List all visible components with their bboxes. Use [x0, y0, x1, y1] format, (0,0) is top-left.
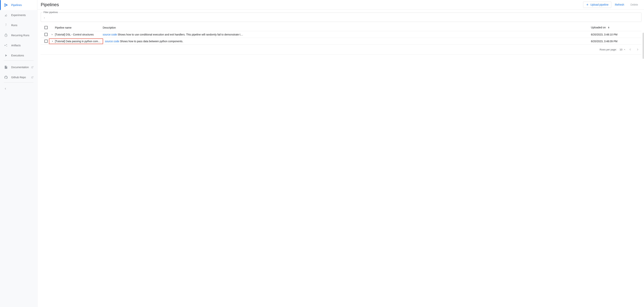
sidebar-label: Github Repo [11, 76, 30, 79]
filter-pipelines-input[interactable]: Filter pipelines [41, 12, 642, 22]
recurring-runs-icon [4, 33, 8, 38]
sidebar-item-documentation[interactable]: Documentation [0, 62, 37, 72]
highlight-annotation: [Tutorial] Data passing in python comp… [49, 38, 103, 44]
pipeline-description-cell: source code Shows how to pass data betwe… [103, 40, 591, 43]
executions-icon [4, 53, 8, 58]
svg-point-3 [6, 24, 6, 24]
page-size-select[interactable]: 10 [620, 48, 626, 51]
pipeline-name-cell[interactable]: [Tutorial] DSL - Control structures [55, 33, 103, 36]
chevron-down-icon [624, 48, 626, 50]
description-text: Shows how to use conditional execution a… [117, 33, 243, 36]
svg-point-6 [6, 44, 7, 45]
source-code-link[interactable]: source code [103, 33, 117, 36]
artifacts-icon [4, 43, 8, 48]
external-link-icon [31, 66, 34, 68]
external-link-icon [31, 76, 34, 78]
sidebar-item-experiments[interactable]: Experiments [0, 10, 37, 20]
pipeline-uploaded-cell: 6/20/2023, 3:48:09 PM [591, 40, 640, 43]
delete-label: Delete [630, 3, 638, 6]
page-title: Pipelines [41, 2, 59, 7]
filter-dropdown-icon [44, 17, 46, 19]
pipelines-icon [4, 3, 8, 7]
sidebar-item-artifacts[interactable]: Artifacts [0, 40, 37, 50]
sidebar-item-runs[interactable]: Runs [0, 20, 37, 30]
experiments-icon [4, 13, 8, 17]
row-checkbox[interactable] [44, 33, 48, 36]
nav-primary: Pipelines Experiments Runs Recurring Run… [0, 0, 37, 60]
sidebar-item-pipelines[interactable]: Pipelines [0, 0, 37, 10]
pagination: Rows per page: 10 [41, 45, 642, 54]
page-size-value: 10 [620, 48, 622, 51]
upload-pipeline-label: Upload pipeline [590, 3, 608, 6]
collapse-sidebar-button[interactable] [0, 84, 37, 93]
expand-row-icon[interactable] [50, 33, 54, 36]
expand-row-icon[interactable] [51, 40, 54, 43]
pipeline-description-cell: source code Shows how to use conditional… [103, 33, 591, 36]
main: Pipelines Upload pipeline Refresh Delete… [37, 0, 644, 307]
sidebar: Pipelines Experiments Runs Recurring Run… [0, 0, 37, 307]
sidebar-label: Documentation [11, 66, 30, 69]
svg-point-7 [6, 46, 7, 46]
sort-descending-icon [607, 26, 610, 29]
row-checkbox[interactable] [44, 40, 48, 43]
rows-per-page-label: Rows per page: [600, 48, 616, 51]
source-code-link[interactable]: source code [105, 40, 119, 43]
column-label: Uploaded on [591, 26, 606, 29]
prev-page-button[interactable] [627, 46, 633, 52]
sidebar-label: Recurring Runs [11, 34, 34, 37]
scrollbar[interactable] [642, 33, 644, 59]
row-select-cell [42, 40, 49, 43]
column-header-description: Description [103, 26, 591, 29]
pipeline-uploaded-cell: 6/20/2023, 3:48:10 PM [591, 33, 640, 36]
header: Pipelines Upload pipeline Refresh Delete [37, 0, 644, 10]
description-text: Shows how to pass data between python co… [119, 40, 183, 43]
table-row[interactable]: [Tutorial] Data passing in python comp… … [41, 38, 642, 45]
select-all-cell [42, 26, 49, 29]
table-header: Pipeline name Description Uploaded on [41, 24, 642, 31]
sidebar-label: Artifacts [11, 44, 34, 47]
sidebar-label: Runs [11, 24, 34, 27]
documentation-icon [4, 65, 8, 70]
refresh-label: Refresh [615, 3, 624, 6]
column-label: Pipeline name [55, 26, 72, 29]
pipeline-name-cell[interactable]: [Tutorial] Data passing in python comp… [55, 40, 103, 43]
header-actions: Upload pipeline Refresh Delete [583, 2, 641, 8]
nav-divider [4, 82, 34, 82]
sidebar-label: Executions [11, 54, 34, 57]
delete-button[interactable]: Delete [628, 2, 641, 8]
upload-pipeline-button[interactable]: Upload pipeline [583, 2, 611, 8]
column-label: Description [103, 26, 116, 29]
filter-legend: Filter pipelines [43, 11, 59, 14]
nav-divider [4, 60, 34, 61]
refresh-button[interactable]: Refresh [612, 2, 627, 8]
github-icon [4, 75, 8, 80]
next-page-button[interactable] [635, 46, 641, 52]
sidebar-item-github[interactable]: Github Repo [0, 72, 37, 82]
nav-secondary: Documentation Github Repo [0, 62, 37, 82]
sidebar-item-recurring-runs[interactable]: Recurring Runs [0, 30, 37, 40]
row-expand-cell [49, 33, 55, 36]
svg-point-5 [5, 45, 6, 46]
sidebar-label: Experiments [11, 14, 34, 16]
sidebar-item-executions[interactable]: Executions [0, 50, 37, 60]
row-select-cell [42, 33, 49, 36]
select-all-checkbox[interactable] [44, 26, 48, 29]
content: Filter pipelines Pipeline name Descripti… [37, 10, 644, 307]
column-header-name[interactable]: Pipeline name [55, 26, 103, 29]
sidebar-label: Pipelines [11, 4, 34, 6]
pipelines-table: Pipeline name Description Uploaded on [41, 24, 642, 54]
plus-icon [586, 3, 589, 6]
column-header-uploaded[interactable]: Uploaded on [591, 26, 640, 29]
runs-icon [4, 23, 8, 28]
table-row[interactable]: [Tutorial] DSL - Control structures sour… [41, 31, 642, 38]
row-expand-cell [50, 40, 55, 43]
